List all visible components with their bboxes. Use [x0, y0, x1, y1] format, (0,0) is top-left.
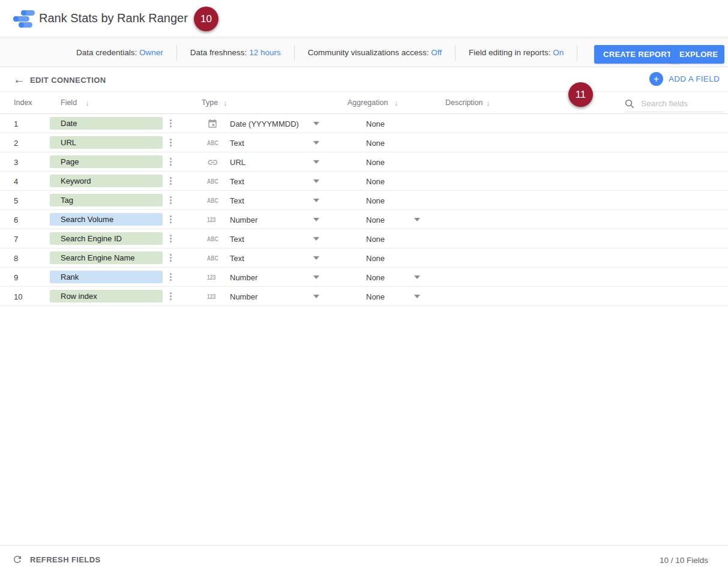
- field-name-chip[interactable]: URL: [50, 136, 163, 149]
- sort-arrow-icon[interactable]: ↓: [85, 98, 89, 107]
- sort-arrow-icon[interactable]: ↓: [223, 98, 227, 107]
- number-icon: 123: [207, 274, 215, 281]
- field-type-select[interactable]: Text: [230, 177, 244, 186]
- field-name-chip[interactable]: Rank: [50, 271, 163, 283]
- field-description-cell[interactable]: [445, 229, 619, 248]
- sort-arrow-icon[interactable]: ↓: [486, 98, 490, 107]
- data-credentials-setting[interactable]: Data credentials: Owner: [76, 48, 163, 57]
- chevron-down-icon[interactable]: [313, 237, 319, 241]
- field-editing-setting[interactable]: Field editing in reports: On: [469, 48, 564, 57]
- field-name-chip[interactable]: Date: [50, 117, 163, 130]
- field-aggregation-select[interactable]: None: [366, 292, 385, 301]
- field-aggregation-select[interactable]: None: [366, 196, 385, 205]
- chevron-down-icon[interactable]: [313, 122, 319, 125]
- field-options-menu-icon[interactable]: [170, 218, 172, 220]
- field-type-select[interactable]: Number: [230, 215, 257, 224]
- field-options-menu-icon[interactable]: [170, 257, 172, 259]
- field-description-cell[interactable]: [445, 152, 619, 172]
- field-description-cell[interactable]: [445, 114, 619, 133]
- add-field-label: ADD A FIELD: [669, 74, 720, 83]
- field-options-menu-icon[interactable]: [170, 180, 172, 182]
- field-index: 3: [14, 158, 18, 167]
- chevron-down-icon[interactable]: [313, 141, 319, 145]
- field-options-menu-icon[interactable]: [170, 122, 172, 124]
- search-icon: [624, 98, 635, 109]
- field-name-chip[interactable]: Search Engine ID: [50, 232, 163, 245]
- data-studio-logo-icon[interactable]: [13, 10, 37, 28]
- field-options-menu-icon[interactable]: [170, 238, 172, 239]
- plus-icon: +: [649, 72, 663, 86]
- field-description-cell[interactable]: [445, 248, 619, 268]
- divider: [176, 45, 177, 61]
- field-aggregation-select[interactable]: None: [366, 235, 385, 244]
- field-aggregation-select[interactable]: None: [366, 273, 385, 282]
- field-options-menu-icon[interactable]: [170, 276, 172, 278]
- column-header-description[interactable]: Description: [445, 98, 483, 107]
- column-header-field[interactable]: Field: [61, 98, 77, 107]
- field-type-select[interactable]: Text: [230, 139, 244, 148]
- chevron-down-icon[interactable]: [414, 295, 420, 298]
- field-description-cell[interactable]: [445, 287, 619, 306]
- field-options-menu-icon[interactable]: [170, 295, 172, 297]
- community-visualizations-setting[interactable]: Community visualizations access: Off: [308, 48, 442, 57]
- field-type-select[interactable]: Number: [230, 273, 257, 282]
- field-index: 1: [14, 119, 18, 128]
- explore-button[interactable]: EXPLORE: [670, 45, 724, 64]
- field-options-menu-icon[interactable]: [170, 161, 172, 163]
- chevron-down-icon[interactable]: [313, 275, 319, 279]
- field-description-cell[interactable]: [445, 268, 619, 287]
- field-type-select[interactable]: URL: [230, 158, 245, 167]
- chevron-down-icon[interactable]: [313, 179, 319, 183]
- search-fields-input[interactable]: [641, 99, 718, 108]
- add-a-field-button[interactable]: + ADD A FIELD: [649, 72, 720, 86]
- chevron-down-icon[interactable]: [313, 256, 319, 260]
- chevron-down-icon[interactable]: [313, 160, 319, 164]
- field-type-select[interactable]: Text: [230, 196, 244, 205]
- field-type-select[interactable]: Number: [230, 292, 257, 301]
- abc-icon: ABC: [207, 139, 218, 146]
- field-name-chip[interactable]: Keyword: [50, 175, 163, 187]
- chevron-down-icon[interactable]: [414, 275, 420, 279]
- chevron-down-icon[interactable]: [313, 199, 319, 202]
- field-type-select[interactable]: Date (YYYYMMDD): [230, 119, 299, 128]
- chevron-down-icon[interactable]: [414, 218, 420, 221]
- field-name-chip[interactable]: Search Engine Name: [50, 251, 163, 264]
- field-description-cell[interactable]: [445, 172, 619, 191]
- field-description-cell[interactable]: [445, 133, 619, 152]
- chevron-down-icon[interactable]: [313, 295, 319, 298]
- field-description-cell[interactable]: [445, 191, 619, 210]
- column-header-aggregation[interactable]: Aggregation: [347, 98, 388, 107]
- field-aggregation-select[interactable]: None: [366, 158, 385, 167]
- field-aggregation-select[interactable]: None: [366, 215, 385, 224]
- calendar-icon: [207, 118, 218, 129]
- field-aggregation-select[interactable]: None: [366, 177, 385, 186]
- field-aggregation-select[interactable]: None: [366, 119, 385, 128]
- sort-arrow-icon[interactable]: ↓: [394, 98, 399, 107]
- field-aggregation-select[interactable]: None: [366, 139, 385, 148]
- field-row: 2 URL ABC Text None: [0, 133, 728, 152]
- field-index: 8: [14, 254, 18, 263]
- field-aggregation-select[interactable]: None: [366, 254, 385, 263]
- field-name-chip[interactable]: Page: [50, 155, 163, 168]
- edit-connection-button[interactable]: EDIT CONNECTION: [30, 76, 106, 85]
- link-icon: [207, 157, 218, 168]
- field-options-menu-icon[interactable]: [170, 142, 172, 143]
- field-name-chip[interactable]: Search Volume: [50, 213, 163, 226]
- page-title[interactable]: Rank Stats by Rank Ranger: [39, 11, 188, 25]
- back-arrow-icon[interactable]: ←: [13, 73, 25, 85]
- field-name-chip[interactable]: Tag: [50, 194, 163, 206]
- divider: [577, 45, 577, 61]
- refresh-fields-button[interactable]: REFRESH FIELDS: [12, 554, 101, 565]
- field-description-cell[interactable]: [445, 210, 619, 229]
- chevron-down-icon[interactable]: [313, 218, 319, 221]
- number-icon: 123: [207, 216, 215, 223]
- field-name-chip[interactable]: Row index: [50, 290, 163, 303]
- field-type-select[interactable]: Text: [230, 235, 244, 244]
- data-freshness-setting[interactable]: Data freshness: 12 hours: [190, 48, 281, 57]
- field-options-menu-icon[interactable]: [170, 199, 172, 201]
- column-header-type[interactable]: Type: [202, 98, 218, 107]
- create-report-button[interactable]: CREATE REPORT: [594, 45, 681, 64]
- field-row: 6 Search Volume 123 Number None: [0, 210, 728, 229]
- field-type-select[interactable]: Text: [230, 254, 244, 263]
- divider: [294, 45, 295, 61]
